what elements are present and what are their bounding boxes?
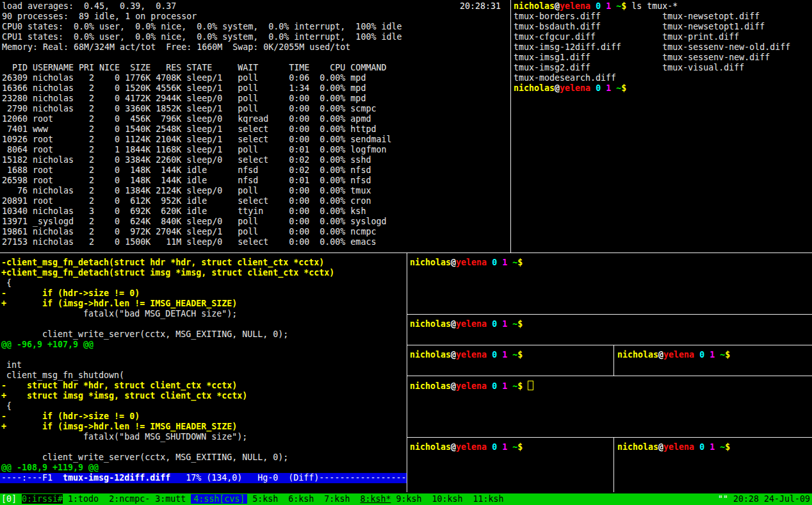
prompt-n1: 1 [606, 83, 611, 93]
prompt-plain [704, 442, 710, 452]
prompt-path: ~ [512, 442, 517, 452]
shell-prompt[interactable]: nicholas@yelena 0 1 ~$ [514, 83, 790, 94]
shell-command: ls tmux-* [626, 1, 678, 11]
prompt-plain [694, 350, 699, 360]
prompt-plain [704, 350, 710, 360]
status-window-segment[interactable]: 9:ksh 10:ksh 11:ksh [391, 494, 503, 504]
diff-line [1, 319, 334, 329]
diff-line [1, 350, 334, 360]
pane-border-horizontal-1[interactable] [407, 314, 812, 315]
prompt-plain [590, 1, 596, 11]
pane-border-horizontal-4[interactable] [407, 437, 812, 438]
pane-shell-1[interactable]: nicholas@yelena 0 1 ~$ [407, 254, 812, 313]
prompt-plain [601, 1, 606, 11]
status-right: "" 20:28 24-Jul-09 [718, 493, 810, 505]
emacs-modeline: ----:---F1 tmux-imsg-12diff.diff 17% (13… [0, 473, 407, 483]
prompt-host: yelena [560, 83, 590, 93]
prompt-plain [497, 381, 502, 391]
prompt-at: @ [451, 319, 456, 329]
prompt-n1: 1 [502, 258, 507, 267]
status-window-segment[interactable]: 5:ksh 6:ksh 7:ksh [247, 494, 360, 504]
prompt-n1: 1 [502, 442, 507, 452]
diff-line: @@ -108,9 +119,9 @@ [1, 463, 334, 473]
pane-shell-5[interactable]: nicholas@yelena 0 1 ~$ [407, 438, 613, 492]
pane-border-horizontal-main[interactable] [0, 252, 812, 253]
status-window-segment[interactable]: 8:ksh* [360, 494, 391, 504]
shell-prompt[interactable]: nicholas@yelena 0 1 ~$ [410, 319, 523, 329]
diff-line: client_write_server(cctx, MSG_EXITING, N… [1, 329, 334, 340]
prompt-at: @ [555, 83, 560, 93]
prompt-plain [590, 83, 596, 93]
shell-prompt[interactable]: nicholas@yelena 0 1 ~$ ls tmux-* [514, 1, 790, 12]
prompt-plain [601, 83, 606, 93]
modeline-filename: tmux-imsg-12diff.diff [63, 473, 170, 483]
shell-ls-content: nicholas@yelena 0 1 ~$ ls tmux-* tmux-bo… [514, 1, 790, 94]
prompt-n0: 0 [492, 258, 497, 267]
shell-prompt[interactable]: nicholas@yelena 0 1 ~$ [617, 442, 730, 452]
diff-line: -client_msg_fn_detach(struct hdr *hdr, s… [1, 258, 334, 268]
prompt-at: @ [658, 442, 663, 452]
prompt-dollar: $ [517, 319, 523, 329]
prompt-plain [497, 442, 502, 452]
pane-border-vertical-mid[interactable] [613, 345, 614, 376]
prompt-user: nicholas [410, 381, 451, 391]
pane-shell-2[interactable]: nicholas@yelena 0 1 ~$ [407, 315, 812, 344]
prompt-host: yelena [456, 258, 487, 267]
ls-file-list: tmux-borders.diff tmux-newsetopt.diff tm… [514, 12, 790, 83]
shell-prompt[interactable]: nicholas@yelena 0 1 ~$ [410, 381, 533, 391]
prompt-plain [694, 442, 699, 452]
shell-prompt[interactable]: nicholas@yelena 0 1 ~$ [410, 258, 523, 268]
status-window-segment[interactable]: 1:todo 2:ncmpc- 3:mutt [63, 494, 191, 504]
prompt-path: ~ [512, 381, 517, 391]
prompt-user: nicholas [617, 350, 658, 360]
prompt-at: @ [555, 1, 560, 11]
diff-line [1, 442, 334, 452]
shell-prompt[interactable]: nicholas@yelena 0 1 ~$ [617, 350, 730, 360]
prompt-user: nicholas [410, 350, 451, 360]
prompt-user: nicholas [410, 258, 451, 267]
diff-line: client_write_server(cctx, MSG_EXITING, N… [1, 452, 334, 463]
prompt-dollar: $ [725, 350, 730, 360]
prompt-n0: 0 [492, 319, 497, 329]
diff-line: + if (imsg->hdr.len != IMSG_HEADER_SIZE) [1, 299, 334, 309]
pane-border-vertical-low[interactable] [613, 438, 614, 492]
prompt-user: nicholas [514, 83, 555, 93]
prompt-at: @ [451, 350, 456, 360]
diff-line: + if (imsg->hdr.len != IMSG_HEADER_SIZE) [1, 422, 334, 432]
window-list: 0:irssi# 1:todo 2:ncmpc- 3:mutt 4:ssh[cv… [22, 494, 504, 504]
prompt-n0: 0 [596, 1, 601, 11]
pane-top-process-monitor[interactable]: load averages: 0.45, 0.39, 0.37 90 proce… [0, 0, 510, 252]
pane-shell-6[interactable]: nicholas@yelena 0 1 ~$ [614, 438, 812, 492]
pane-border-vertical-top[interactable] [510, 0, 511, 253]
pane-shell-active[interactable]: nicholas@yelena 0 1 ~$ [407, 376, 812, 436]
diff-line: client_msg_fn_shutdown( [1, 370, 334, 381]
prompt-n1: 1 [502, 381, 507, 391]
shell-prompt[interactable]: nicholas@yelena 0 1 ~$ [410, 442, 523, 452]
diff-line: - if (hdr->size != 0) [1, 411, 334, 422]
top-clock: 20:28:31 [460, 1, 501, 12]
prompt-n1: 1 [710, 442, 715, 452]
prompt-path: ~ [512, 319, 517, 329]
prompt-host: yelena [560, 1, 590, 11]
diff-line: @@ -96,9 +107,9 @@ [1, 340, 334, 350]
prompt-host: yelena [456, 442, 487, 452]
prompt-user: nicholas [514, 1, 555, 11]
pane-border-horizontal-3[interactable] [407, 376, 812, 376]
prompt-path: ~ [720, 350, 725, 360]
terminal-cursor [528, 381, 533, 390]
pane-emacs-diff[interactable]: -client_msg_fn_detach(struct hdr *hdr, s… [0, 254, 407, 492]
pane-shell-4[interactable]: nicholas@yelena 0 1 ~$ [614, 345, 812, 375]
prompt-n0: 0 [699, 442, 704, 452]
prompt-plain [507, 442, 512, 452]
pane-shell-3[interactable]: nicholas@yelena 0 1 ~$ [407, 345, 613, 375]
pane-border-horizontal-2[interactable] [407, 345, 812, 345]
status-window-segment[interactable]: 0:irssi# [22, 494, 63, 504]
prompt-plain [507, 319, 512, 329]
prompt-plain [507, 350, 512, 360]
pane-shell-ls[interactable]: nicholas@yelena 0 1 ~$ ls tmux-* tmux-bo… [511, 0, 812, 252]
prompt-dollar: $ [725, 442, 730, 452]
status-window-segment[interactable]: 4:ssh[cvs] [191, 494, 247, 504]
prompt-at: @ [451, 258, 456, 267]
pane-border-vertical-bottom[interactable] [407, 253, 407, 492]
shell-prompt[interactable]: nicholas@yelena 0 1 ~$ [410, 350, 523, 360]
